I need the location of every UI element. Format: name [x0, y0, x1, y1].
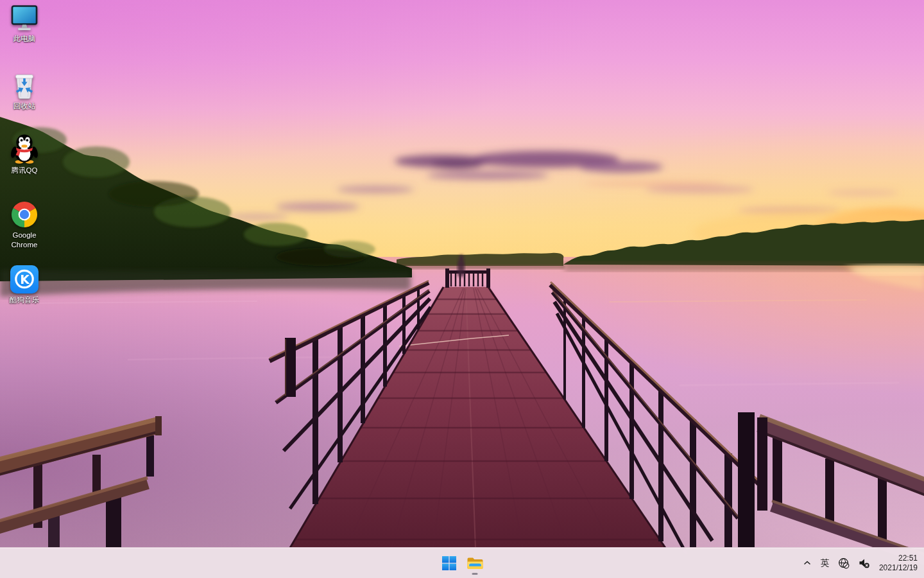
windows-logo-icon: [442, 556, 456, 570]
icon-label: Google Chrome: [1, 231, 47, 250]
start-button[interactable]: [436, 550, 462, 576]
desktop-icon-kugou-music[interactable]: K 酷狗音乐: [0, 265, 49, 305]
chrome-icon: [10, 200, 38, 229]
chevron-up-icon: [803, 559, 811, 567]
ime-label: 英: [820, 557, 829, 569]
desktop-icon-recycle-bin[interactable]: 回收站: [0, 69, 49, 111]
running-indicator: [472, 573, 478, 575]
ime-indicator[interactable]: 英: [816, 552, 834, 575]
this-pc-icon: [10, 5, 38, 32]
desktop: 此电脑 回收站 腾讯QQ Google C: [0, 0, 924, 578]
icon-label: 回收站: [1, 101, 47, 111]
kugou-icon: K: [10, 265, 38, 293]
hidden-icons-button[interactable]: [799, 552, 816, 575]
icon-label: 酷狗音乐: [1, 295, 47, 305]
recycle-bin-icon: [12, 69, 37, 100]
svg-text:K: K: [20, 272, 30, 286]
qq-penguin-icon: [10, 133, 39, 164]
network-button[interactable]: [834, 552, 854, 575]
globe-no-internet-icon: [838, 557, 850, 569]
speaker-muted-icon: [859, 557, 870, 569]
clock-time: 22:51: [898, 554, 918, 563]
icon-label: 此电脑: [1, 34, 47, 44]
file-explorer-button[interactable]: [462, 550, 488, 576]
desktop-icon-this-pc[interactable]: 此电脑: [0, 5, 49, 44]
taskbar-clock[interactable]: 22:51 2021/12/19: [875, 554, 921, 572]
volume-button[interactable]: [854, 552, 875, 575]
file-explorer-icon: [466, 556, 484, 571]
clock-date: 2021/12/19: [879, 563, 918, 573]
system-tray: 英 22:51 2021/12/19: [799, 548, 921, 578]
icon-label: 腾讯QQ: [1, 166, 47, 175]
taskbar: 英 22:51 2021/12/19: [0, 547, 924, 578]
desktop-icon-google-chrome[interactable]: Google Chrome: [0, 200, 49, 250]
wallpaper-image: [0, 0, 924, 578]
desktop-icon-tencent-qq[interactable]: 腾讯QQ: [0, 133, 49, 175]
